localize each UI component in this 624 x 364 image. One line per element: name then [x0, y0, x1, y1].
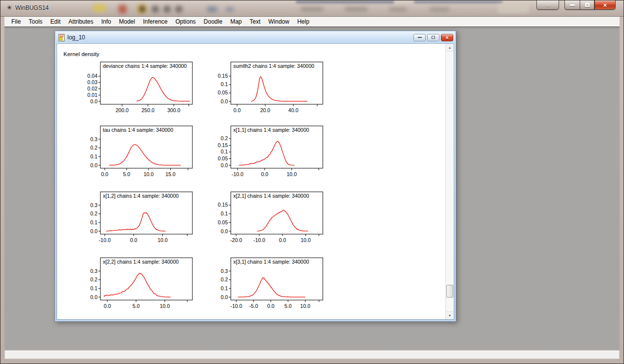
y-tick-label: 0.0 [90, 294, 97, 300]
document-icon [59, 34, 64, 41]
log-restore-button[interactable] [427, 34, 439, 41]
y-tick-label: 0.2 [90, 276, 97, 282]
menu-item-map[interactable]: Map [226, 17, 246, 27]
y-tick-label: 0.2 [90, 145, 97, 151]
y-tick-label: 0.15 [218, 142, 228, 148]
menu-item-edit[interactable]: Edit [46, 17, 64, 27]
log-window-titlebar[interactable]: log_10 × [56, 32, 455, 43]
blurred-background-artifact [301, 7, 323, 11]
menu-item-window[interactable]: Window [264, 17, 293, 27]
y-tick-label: 0.3 [220, 268, 228, 274]
x-tick-label: 0.0 [101, 171, 109, 177]
y-tick-label: 0.0 [220, 294, 228, 300]
plot-x-2-1: x[2,1] chains 1:4 sample: 3400000.150.10… [200, 191, 348, 250]
log-minimize-button[interactable] [413, 34, 426, 41]
y-tick-label: 0.02 [88, 86, 98, 91]
menu-item-help[interactable]: Help [293, 17, 313, 27]
x-tick-label: 5.0 [123, 171, 130, 177]
x-tick-label: 250.0 [142, 107, 155, 113]
y-tick-label: 0.0 [90, 162, 97, 168]
vertical-scrollbar[interactable]: ▲ ▼ [445, 44, 454, 319]
blurred-background-artifact [164, 6, 170, 12]
maximize-button[interactable] [580, 0, 594, 10]
kernel-density-heading: Kernel density [63, 51, 99, 57]
close-icon: × [603, 2, 607, 8]
resize-button[interactable]: ⇔ [536, 0, 559, 10]
x-tick-label: 5.0 [284, 303, 292, 309]
close-button[interactable]: × [594, 0, 616, 10]
x-tick-label: 300.0 [167, 107, 180, 113]
menu-item-file[interactable]: File [7, 17, 25, 27]
x-tick-label: 0.0 [261, 171, 268, 177]
y-tick-label: 0.05 [218, 219, 228, 225]
x-tick-label: 10.0 [160, 303, 170, 309]
menu-item-info[interactable]: Info [97, 17, 115, 27]
blurred-background-artifact [119, 5, 126, 13]
plot-title: tau chains 1:4 sample: 340000 [103, 127, 173, 133]
log-window: log_10 × Kernel density deviance chains … [55, 30, 456, 322]
y-tick-label: 0.0 [220, 228, 228, 234]
y-tick-label: 0.01 [88, 92, 98, 98]
x-tick-label: 0.0 [234, 107, 241, 113]
y-tick-label: 0.0 [90, 228, 97, 234]
titlebar: ✳ WinBUGS14 ⇔ × [0, 0, 624, 17]
menu-item-options[interactable]: Options [172, 17, 200, 27]
x-tick-label: 20.0 [260, 107, 271, 113]
mdi-client-area: log_10 × Kernel density deviance chains … [4, 28, 620, 350]
plot-deviance: deviance chains 1:4 sample: 3400000.040.… [70, 61, 218, 120]
menu-item-tools[interactable]: Tools [25, 17, 46, 27]
plot-title: x[3,1] chains 1:4 sample: 340000 [233, 259, 309, 265]
plot-title: deviance chains 1:4 sample: 340000 [103, 63, 187, 69]
x-tick-label: 0.0 [267, 303, 275, 309]
blurred-background-artifact [345, 7, 368, 11]
blurred-background-artifact [176, 6, 182, 12]
scroll-down-button[interactable]: ▼ [446, 311, 454, 319]
log-close-button[interactable]: × [441, 34, 453, 41]
menu-item-text[interactable]: Text [246, 17, 264, 27]
menu-item-inference[interactable]: Inference [139, 17, 171, 27]
scroll-up-button[interactable]: ▲ [446, 44, 454, 52]
minimize-button[interactable] [564, 0, 580, 10]
blurred-background-artifact [498, 3, 529, 13]
plot-x-1-2: x[1,2] chains 1:4 sample: 3400000.30.20.… [70, 191, 218, 250]
x-tick-label: -10.0 [232, 171, 244, 177]
y-tick-label: 0.2 [90, 211, 97, 216]
blurred-background-artifact [430, 8, 449, 11]
statusbar [4, 350, 620, 359]
maximize-icon [585, 3, 590, 7]
window-title: WinBUGS14 [15, 4, 49, 11]
y-tick-label: 0.04 [88, 73, 98, 79]
down-arrow-icon: ▼ [448, 314, 452, 317]
window-controls: ⇔ × [536, 0, 616, 10]
y-tick-label: 0.2 [220, 135, 228, 141]
menu-item-doodle[interactable]: Doodle [200, 17, 226, 27]
x-tick-label: 200.0 [116, 107, 128, 113]
y-tick-label: 0.05 [218, 90, 228, 95]
x-tick-label: -10.0 [230, 303, 242, 309]
menu-item-model[interactable]: Model [115, 17, 139, 27]
y-tick-label: 0.1 [90, 285, 97, 291]
x-tick-label: 10.0 [300, 303, 311, 309]
y-tick-label: 0.3 [90, 202, 97, 208]
log-window-content: Kernel density deviance chains 1:4 sampl… [57, 43, 454, 320]
plot-title: x[2,1] chains 1:4 sample: 340000 [233, 193, 309, 199]
x-tick-label: 15.0 [165, 171, 176, 177]
x-tick-label: -20.0 [230, 237, 242, 243]
menu-item-attributes[interactable]: Attributes [64, 17, 97, 27]
menubar: FileToolsEditAttributesInfoModelInferenc… [4, 17, 620, 27]
x-tick-label: 10.0 [301, 237, 311, 243]
plot-x-3-1: x[3,1] chains 1:4 sample: 3400000.30.20.… [200, 257, 348, 316]
y-tick-label: 0.1 [220, 211, 228, 216]
y-tick-label: 0.1 [220, 149, 228, 154]
plot-x-2-2: x[2,2] chains 1:4 sample: 3400000.30.20.… [70, 257, 218, 316]
y-tick-label: 0.15 [218, 202, 228, 208]
blurred-background-artifact [226, 7, 234, 12]
blurred-background-artifact [139, 6, 145, 12]
plot-title: sumllh2 chains 1:4 sample: 340000 [233, 63, 314, 69]
scrollbar-thumb[interactable] [446, 285, 453, 298]
y-tick-label: 0.2 [220, 276, 228, 282]
blurred-background-artifact [152, 6, 158, 12]
y-tick-label: 0.3 [90, 136, 97, 142]
x-tick-label: 0.0 [130, 237, 137, 243]
left-right-arrow-icon: ⇔ [545, 1, 551, 9]
